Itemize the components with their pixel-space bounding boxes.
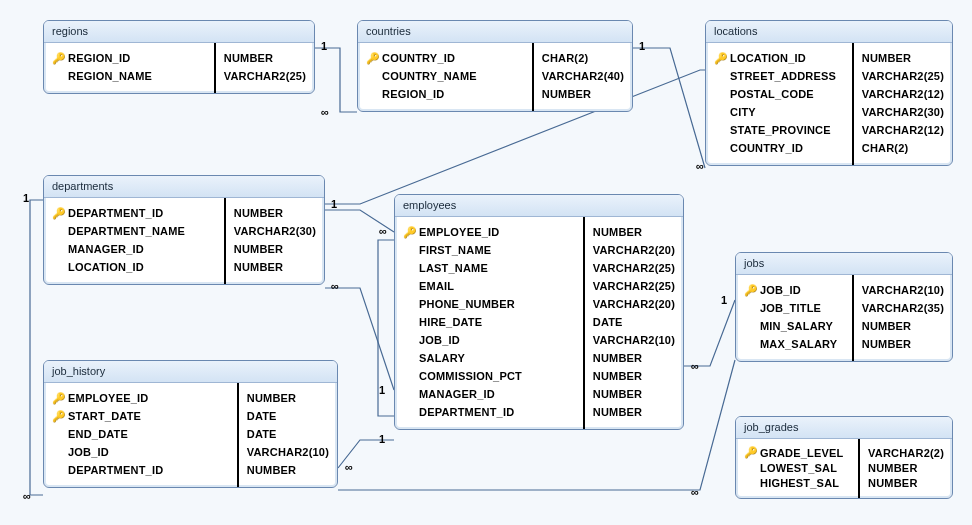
cardinality-label: ∞	[344, 461, 354, 473]
table-jobs[interactable]: jobs 🔑JOB_ID JOB_TITLE MIN_SALARY MAX_SA…	[735, 252, 953, 362]
column-names: 🔑REGION_ID REGION_NAME	[44, 43, 214, 93]
table-locations[interactable]: locations 🔑LOCATION_ID STREET_ADDRESS PO…	[705, 20, 953, 166]
column-names: 🔑EMPLOYEE_ID 🔑START_DATE END_DATE JOB_ID…	[44, 383, 237, 487]
column-types: VARCHAR2(10) VARCHAR2(35) NUMBER NUMBER	[852, 275, 952, 361]
cardinality-label: ∞	[690, 486, 700, 498]
cardinality-label: 1	[22, 192, 30, 204]
column-types: NUMBER VARCHAR2(30) NUMBER NUMBER	[224, 198, 324, 284]
cardinality-label: ∞	[690, 360, 700, 372]
table-title: jobs	[736, 253, 952, 275]
cardinality-label: 1	[378, 384, 386, 396]
pk-icon: 🔑	[52, 411, 66, 422]
column-names: 🔑COUNTRY_ID COUNTRY_NAME REGION_ID	[358, 43, 532, 111]
table-title: departments	[44, 176, 324, 198]
table-title: employees	[395, 195, 683, 217]
column-names: 🔑LOCATION_ID STREET_ADDRESS POSTAL_CODE …	[706, 43, 852, 165]
column-names: 🔑DEPARTMENT_ID DEPARTMENT_NAME MANAGER_I…	[44, 198, 224, 284]
cardinality-label: 1	[330, 198, 338, 210]
column-types: VARCHAR2(2) NUMBER NUMBER	[858, 439, 952, 498]
cardinality-label: 1	[320, 40, 328, 52]
pk-icon: 🔑	[403, 227, 417, 238]
cardinality-label: ∞	[330, 280, 340, 292]
table-employees[interactable]: employees 🔑EMPLOYEE_ID FIRST_NAME LAST_N…	[394, 194, 684, 430]
pk-icon: 🔑	[744, 447, 758, 458]
pk-icon: 🔑	[52, 208, 66, 219]
column-names: 🔑EMPLOYEE_ID FIRST_NAME LAST_NAME EMAIL …	[395, 217, 583, 429]
pk-icon: 🔑	[714, 53, 728, 64]
table-departments[interactable]: departments 🔑DEPARTMENT_ID DEPARTMENT_NA…	[43, 175, 325, 285]
table-title: locations	[706, 21, 952, 43]
cardinality-label: ∞	[22, 490, 32, 502]
table-title: job_grades	[736, 417, 952, 439]
table-regions[interactable]: regions 🔑REGION_ID REGION_NAME NUMBER VA…	[43, 20, 315, 94]
cardinality-label: 1	[638, 40, 646, 52]
cardinality-label: ∞	[378, 225, 388, 237]
column-types: CHAR(2) VARCHAR2(40) NUMBER	[532, 43, 632, 111]
pk-icon: 🔑	[744, 285, 758, 296]
pk-icon: 🔑	[52, 393, 66, 404]
table-countries[interactable]: countries 🔑COUNTRY_ID COUNTRY_NAME REGIO…	[357, 20, 633, 112]
column-types: NUMBER DATE DATE VARCHAR2(10) NUMBER	[237, 383, 337, 487]
er-diagram-canvas: regions 🔑REGION_ID REGION_NAME NUMBER VA…	[0, 0, 972, 525]
table-job-history[interactable]: job_history 🔑EMPLOYEE_ID 🔑START_DATE END…	[43, 360, 338, 488]
table-title: countries	[358, 21, 632, 43]
cardinality-label: ∞	[320, 106, 330, 118]
table-job-grades[interactable]: job_grades 🔑GRADE_LEVEL LOWEST_SAL HIGHE…	[735, 416, 953, 499]
table-title: regions	[44, 21, 314, 43]
column-names: 🔑GRADE_LEVEL LOWEST_SAL HIGHEST_SAL	[736, 439, 858, 498]
column-names: 🔑JOB_ID JOB_TITLE MIN_SALARY MAX_SALARY	[736, 275, 852, 361]
cardinality-label: 1	[720, 294, 728, 306]
cardinality-label: 1	[378, 433, 386, 445]
cardinality-label: ∞	[695, 160, 705, 172]
table-title: job_history	[44, 361, 337, 383]
column-types: NUMBER VARCHAR2(25) VARCHAR2(12) VARCHAR…	[852, 43, 952, 165]
column-types: NUMBER VARCHAR2(20) VARCHAR2(25) VARCHAR…	[583, 217, 683, 429]
pk-icon: 🔑	[52, 53, 66, 64]
column-types: NUMBER VARCHAR2(25)	[214, 43, 314, 93]
pk-icon: 🔑	[366, 53, 380, 64]
